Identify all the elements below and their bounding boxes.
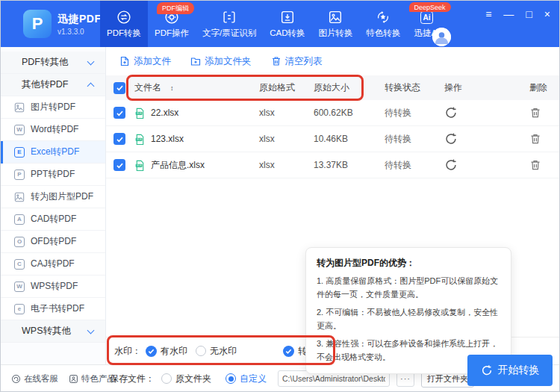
sidebar-item-image-to-pdf[interactable]: 图片转PDF bbox=[1, 96, 105, 119]
nav-special-convert[interactable]: 特色转换 bbox=[359, 1, 407, 47]
file-name: 22.xlsx bbox=[151, 108, 178, 118]
group-label: WPS转其他 bbox=[22, 325, 71, 337]
close-icon[interactable]: × bbox=[544, 7, 550, 21]
with-watermark-label: 有水印 bbox=[161, 345, 187, 358]
sidebar-group-wps-to-other[interactable]: WPS转其他 bbox=[1, 320, 105, 343]
xls-file-icon: XLS bbox=[134, 160, 146, 171]
image-icon bbox=[327, 9, 343, 25]
sidebar-item-word-to-pdf[interactable]: W Word转PDF bbox=[1, 119, 105, 141]
menu-icon[interactable]: ≡ bbox=[485, 7, 491, 21]
svg-text:XLS: XLS bbox=[137, 164, 142, 167]
top-navigation: PDF转换 PDF编辑 PDF操作 文字/票证识别 CAD转换 bbox=[100, 1, 446, 47]
file-format: xlsx bbox=[259, 108, 314, 118]
radio-unchecked-icon bbox=[196, 346, 206, 356]
sidebar-item-caj-to-pdf[interactable]: C CAJ转PDF bbox=[1, 253, 105, 276]
product-badge-icon bbox=[69, 374, 78, 384]
sidebar-item-label: Word转PDF bbox=[31, 123, 78, 136]
online-support-button[interactable]: 在线客服 bbox=[11, 373, 58, 385]
check-icon bbox=[116, 109, 124, 117]
logo-letter: P bbox=[32, 14, 43, 34]
folder-plus-icon bbox=[190, 56, 201, 66]
sidebar-group-pdf-to-other[interactable]: PDF转其他 bbox=[1, 52, 105, 74]
sidebar-item-cad-to-pdf[interactable]: A CAD转PDF bbox=[1, 208, 105, 231]
delete-row-button[interactable] bbox=[528, 106, 541, 119]
add-file-button[interactable]: 添加文件 bbox=[119, 55, 171, 68]
row-checkbox[interactable] bbox=[113, 159, 125, 171]
file-toolbar: 添加文件 添加文件夹 清空列表 bbox=[106, 47, 560, 75]
sidebar-item-label: 转为图片型PDF bbox=[31, 190, 93, 203]
column-header-delete: 删除 bbox=[528, 81, 560, 94]
file-size: 13.37KB bbox=[314, 160, 385, 170]
start-convert-label: 开始转换 bbox=[498, 364, 540, 377]
add-folder-button[interactable]: 添加文件夹 bbox=[190, 55, 252, 68]
sort-icon[interactable]: ↕ bbox=[170, 84, 174, 92]
convert-refresh-button[interactable] bbox=[444, 132, 458, 146]
sidebar-item-label: 电子书转PDF bbox=[31, 302, 84, 315]
sidebar-item-label: CAD转PDF bbox=[31, 213, 76, 225]
convert-refresh-button[interactable] bbox=[444, 106, 458, 119]
row-checkbox[interactable] bbox=[113, 133, 125, 145]
radio-checked-icon bbox=[146, 346, 157, 357]
tooltip-point: 2. 不可编辑：不易被他人轻易修改或复制，安全性更高。 bbox=[317, 306, 500, 332]
convert-spinner-icon bbox=[481, 364, 493, 376]
sidebar-item-ppt-to-pdf[interactable]: P PPT转PDF bbox=[1, 164, 105, 186]
wps-file-icon: W bbox=[14, 281, 25, 292]
chevron-down-icon bbox=[87, 327, 95, 335]
sidebar-item-to-image-pdf[interactable]: 转为图片型PDF bbox=[1, 186, 105, 208]
sidebar-footer: 在线客服 特色产品 bbox=[1, 373, 106, 385]
tooltip-title: 转为图片型PDF的优势： bbox=[317, 257, 500, 270]
status-text: 待转换 bbox=[385, 133, 444, 146]
select-all-checkbox[interactable] bbox=[113, 82, 125, 94]
avatar[interactable] bbox=[432, 28, 451, 46]
star-cycle-icon bbox=[375, 9, 391, 25]
window-controls: ≡ — □ × bbox=[485, 7, 550, 21]
delete-row-button[interactable] bbox=[528, 158, 541, 172]
clear-list-button[interactable]: 清空列表 bbox=[271, 55, 323, 68]
sidebar: PDF转其他 其他转PDF 图片转PDF W Word转PDF E Excel转… bbox=[1, 47, 106, 364]
file-format: xlsx bbox=[259, 160, 314, 170]
sidebar-item-ebook-to-pdf[interactable]: e 电子书转PDF bbox=[1, 298, 105, 320]
sidebar-item-ofd-to-pdf[interactable]: O OFD转PDF bbox=[1, 231, 105, 253]
radio-unchecked-icon bbox=[161, 373, 172, 384]
column-header-format: 原始格式 bbox=[259, 81, 314, 94]
featured-products-button[interactable]: 特色产品 bbox=[69, 373, 116, 385]
chevron-down-icon bbox=[87, 58, 95, 66]
original-folder-label: 原文件夹 bbox=[175, 373, 211, 385]
column-header-size: 原始大小 bbox=[314, 81, 385, 94]
trash-icon bbox=[271, 56, 281, 66]
nav-ocr[interactable]: 文字/票证识别 bbox=[196, 1, 263, 47]
row-checkbox[interactable] bbox=[113, 107, 125, 119]
custom-folder-option[interactable]: 自定义 bbox=[225, 373, 267, 385]
status-text: 待转换 bbox=[385, 107, 444, 119]
nav-pdf-operate[interactable]: PDF编辑 PDF操作 bbox=[148, 1, 196, 47]
nav-label: PDF转换 bbox=[107, 28, 141, 39]
convert-arrows-icon bbox=[116, 9, 132, 25]
nav-label: PDF操作 bbox=[155, 28, 189, 39]
with-watermark-option[interactable]: 有水印 bbox=[146, 345, 187, 358]
minimize-icon[interactable]: — bbox=[503, 7, 514, 21]
check-icon bbox=[116, 161, 124, 169]
sidebar-item-excel-to-pdf[interactable]: E Excel转PDF bbox=[1, 141, 105, 164]
file-plus-icon bbox=[119, 56, 130, 66]
sidebar-item-wps-to-pdf[interactable]: W WPS转PDF bbox=[1, 276, 105, 298]
nav-cad-convert[interactable]: CAD转换 bbox=[263, 1, 311, 47]
nav-pdf-convert[interactable]: PDF转换 bbox=[100, 1, 148, 47]
sidebar-item-label: 图片转PDF bbox=[31, 101, 75, 113]
convert-refresh-button[interactable] bbox=[444, 158, 458, 172]
check-icon bbox=[116, 84, 124, 92]
online-support-label: 在线客服 bbox=[24, 373, 58, 385]
app-logo-icon: P bbox=[23, 10, 52, 38]
original-folder-option[interactable]: 原文件夹 bbox=[161, 373, 211, 385]
delete-row-button[interactable] bbox=[528, 132, 541, 146]
maximize-icon[interactable]: □ bbox=[526, 7, 532, 21]
sidebar-item-label: PPT转PDF bbox=[31, 168, 75, 181]
sidebar-group-other-to-pdf[interactable]: 其他转PDF bbox=[1, 74, 105, 96]
column-header-name[interactable]: 文件名 bbox=[134, 81, 161, 94]
scan-brackets-icon bbox=[221, 9, 237, 25]
start-convert-button[interactable]: 开始转换 bbox=[467, 355, 553, 386]
nav-image-convert[interactable]: 图片转换 bbox=[311, 1, 359, 47]
without-watermark-option[interactable]: 无水印 bbox=[196, 345, 237, 358]
table-row: XLS 产品信息.xlsx xlsx 13.37KB 待转换 bbox=[106, 152, 560, 178]
nav-label: CAD转换 bbox=[270, 28, 305, 39]
status-text: 待转换 bbox=[385, 159, 444, 172]
